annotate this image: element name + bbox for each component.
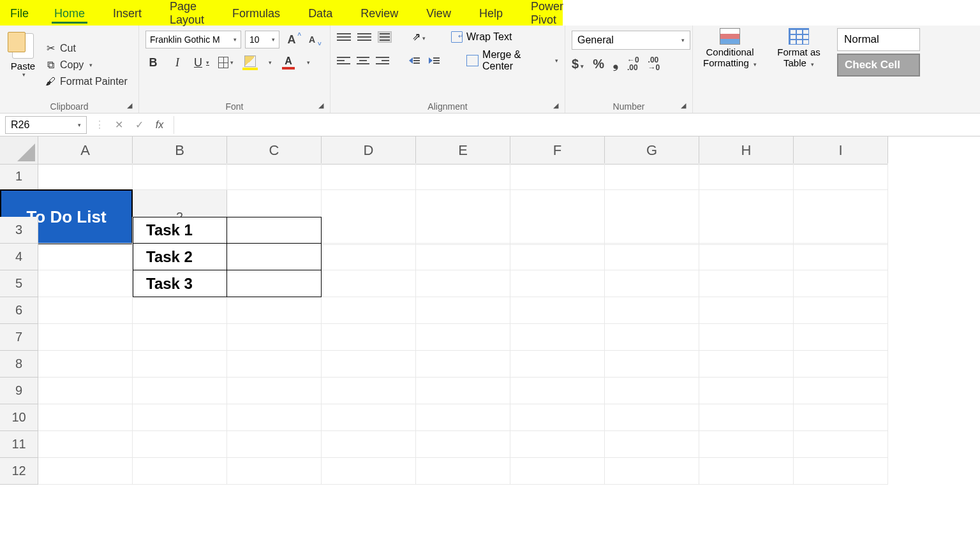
cell-G5[interactable] xyxy=(605,270,699,297)
cell-A1[interactable] xyxy=(38,163,133,190)
style-check-cell[interactable]: Check Cell xyxy=(837,54,920,77)
cell-H12[interactable] xyxy=(699,458,794,485)
cell-G1[interactable] xyxy=(605,163,699,190)
cell-I4[interactable] xyxy=(794,244,888,270)
cell-E6[interactable] xyxy=(416,297,510,324)
tab-file[interactable]: File xyxy=(0,0,40,26)
font-size-dropdown[interactable]: 10 ▾ xyxy=(245,31,279,48)
cell-G10[interactable] xyxy=(605,404,699,431)
cell-A4[interactable] xyxy=(38,244,133,270)
tab-power-pivot[interactable]: Power Pivot xyxy=(517,0,577,26)
cell-A7[interactable] xyxy=(38,324,133,351)
font-expand-icon[interactable]: ◢ xyxy=(318,101,327,110)
orientation-button[interactable]: ⇗▾ xyxy=(412,31,426,43)
cell-A5[interactable] xyxy=(38,270,133,297)
cell-D11[interactable] xyxy=(322,431,416,458)
cell-E10[interactable] xyxy=(416,404,510,431)
select-all-corner[interactable] xyxy=(0,136,38,165)
col-header-F[interactable]: F xyxy=(510,136,605,165)
cell-E9[interactable] xyxy=(416,378,510,404)
cell-I3[interactable] xyxy=(794,217,888,244)
cell-F7[interactable] xyxy=(510,324,605,351)
cut-button[interactable]: ✂ Cut xyxy=(45,43,128,54)
align-center-button[interactable] xyxy=(357,55,370,66)
tab-page-layout[interactable]: Page Layout xyxy=(156,0,218,26)
cell-F8[interactable] xyxy=(510,351,605,378)
cell-B8[interactable] xyxy=(133,351,227,378)
style-normal[interactable]: Normal xyxy=(837,28,920,51)
cell-A11[interactable] xyxy=(38,431,133,458)
cell-I12[interactable] xyxy=(794,458,888,485)
fill-color-button[interactable] xyxy=(242,55,258,70)
cell-H9[interactable] xyxy=(699,378,794,404)
cell-C4[interactable] xyxy=(227,244,322,270)
tab-insert[interactable]: Insert xyxy=(99,0,156,26)
cell-B3[interactable]: Task 1 xyxy=(133,217,227,244)
cell-G12[interactable] xyxy=(605,458,699,485)
row-header-6[interactable]: 6 xyxy=(0,297,38,324)
cell-H8[interactable] xyxy=(699,351,794,378)
cell-G11[interactable] xyxy=(605,431,699,458)
percent-button[interactable]: % xyxy=(593,57,604,71)
tab-help[interactable]: Help xyxy=(465,0,517,26)
cell-A3[interactable] xyxy=(38,217,133,244)
underline-button[interactable]: U▾ xyxy=(194,55,209,70)
merge-center-button[interactable]: Merge & Center ▾ xyxy=(466,49,558,72)
decrease-font-button[interactable]: A xyxy=(304,34,320,45)
decrease-decimal-button[interactable]: .00→0 xyxy=(648,56,660,71)
copy-button[interactable]: ⧉ Copy ▾ xyxy=(45,59,128,71)
cell-B7[interactable] xyxy=(133,324,227,351)
cell-B12[interactable] xyxy=(133,458,227,485)
chevron-down-icon[interactable]: ▾ xyxy=(307,59,310,66)
cancel-formula-button[interactable]: ✕ xyxy=(112,119,125,131)
cell-D8[interactable] xyxy=(322,351,416,378)
cell-styles-gallery[interactable]: Normal Check Cell xyxy=(837,28,920,113)
tab-view[interactable]: View xyxy=(412,0,465,26)
chevron-down-icon[interactable]: ▾ xyxy=(555,57,558,64)
cell-F11[interactable] xyxy=(510,431,605,458)
cell-G3[interactable] xyxy=(605,217,699,244)
cell-F3[interactable] xyxy=(510,217,605,244)
cell-D12[interactable] xyxy=(322,458,416,485)
increase-indent-button[interactable] xyxy=(429,55,442,66)
cell-I11[interactable] xyxy=(794,431,888,458)
borders-button[interactable]: ▾ xyxy=(218,55,234,70)
decrease-indent-button[interactable] xyxy=(409,55,422,66)
cell-I7[interactable] xyxy=(794,324,888,351)
cell-B10[interactable] xyxy=(133,404,227,431)
cell-D4[interactable] xyxy=(322,244,416,270)
cell-I9[interactable] xyxy=(794,378,888,404)
cell-G7[interactable] xyxy=(605,324,699,351)
col-header-C[interactable]: C xyxy=(227,136,322,165)
cell-A9[interactable] xyxy=(38,378,133,404)
font-color-button[interactable]: A xyxy=(281,55,296,70)
cell-H7[interactable] xyxy=(699,324,794,351)
cell-C6[interactable] xyxy=(227,297,322,324)
cell-D1[interactable] xyxy=(322,163,416,190)
formula-input[interactable] xyxy=(174,116,975,134)
row-header-4[interactable]: 4 xyxy=(0,244,38,270)
cell-I6[interactable] xyxy=(794,297,888,324)
row-header-7[interactable]: 7 xyxy=(0,324,38,351)
cell-B9[interactable] xyxy=(133,378,227,404)
cell-C11[interactable] xyxy=(227,431,322,458)
cell-I8[interactable] xyxy=(794,351,888,378)
clipboard-expand-icon[interactable]: ◢ xyxy=(127,101,136,110)
cell-H3[interactable] xyxy=(699,217,794,244)
chevron-down-icon[interactable]: ▾ xyxy=(269,59,272,66)
row-header-11[interactable]: 11 xyxy=(0,431,38,458)
col-header-B[interactable]: B xyxy=(133,136,227,165)
cell-D10[interactable] xyxy=(322,404,416,431)
tab-formulas[interactable]: Formulas xyxy=(218,0,294,26)
row-header-1[interactable]: 1 xyxy=(0,163,38,190)
cell-C9[interactable] xyxy=(227,378,322,404)
cell-G6[interactable] xyxy=(605,297,699,324)
col-header-A[interactable]: A xyxy=(38,136,133,165)
alignment-expand-icon[interactable]: ◢ xyxy=(553,101,562,110)
cell-H1[interactable] xyxy=(699,163,794,190)
paste-button[interactable]: Paste ▾ xyxy=(6,31,40,99)
insert-function-button[interactable]: fx xyxy=(153,119,166,131)
cell-I10[interactable] xyxy=(794,404,888,431)
cell-C7[interactable] xyxy=(227,324,322,351)
cell-D5[interactable] xyxy=(322,270,416,297)
